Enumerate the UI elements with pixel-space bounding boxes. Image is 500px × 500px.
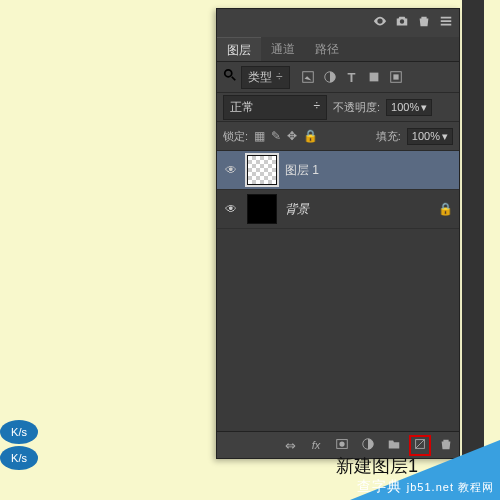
layers-panel: 图层 通道 路径 类型 ÷ T 正常 ÷ 不透明度: 100% ▾ 锁定: <box>216 8 460 459</box>
lock-transparent-icon[interactable]: ▦ <box>254 129 265 143</box>
speed-badges: K/s K/s <box>0 420 38 472</box>
fill-value: 100% <box>412 130 440 142</box>
filter-kind-select[interactable]: 类型 ÷ <box>241 66 290 89</box>
layer-name-label[interactable]: 图层 1 <box>285 162 319 179</box>
eye-icon[interactable] <box>373 14 387 32</box>
chevron-down-icon: ÷ <box>313 99 320 116</box>
tab-paths[interactable]: 路径 <box>305 37 349 61</box>
chevron-down-icon: ▾ <box>421 101 427 114</box>
filter-icon-group: T <box>300 69 404 85</box>
filter-text-icon[interactable]: T <box>344 69 360 85</box>
lock-row: 锁定: ▦ ✎ ✥ 🔒 填充: 100% ▾ <box>217 122 459 151</box>
blend-mode-select[interactable]: 正常 ÷ <box>223 95 327 120</box>
fill-input[interactable]: 100% ▾ <box>407 128 453 145</box>
lock-position-icon[interactable]: ✥ <box>287 129 297 143</box>
menu-icon[interactable] <box>439 14 453 32</box>
trash-icon[interactable] <box>417 14 431 32</box>
filter-image-icon[interactable] <box>300 69 316 85</box>
visibility-toggle[interactable]: 👁 <box>223 163 239 177</box>
layer-list: 👁 图层 1 👁 背景 🔒 <box>217 151 459 431</box>
opacity-value: 100% <box>391 101 419 113</box>
lock-icon-group: ▦ ✎ ✥ 🔒 <box>254 129 318 143</box>
speed-badge: K/s <box>0 420 38 444</box>
svg-point-0 <box>225 70 232 77</box>
layer-mask-icon[interactable] <box>333 437 351 454</box>
camera-icon[interactable] <box>395 14 409 32</box>
blend-mode-value: 正常 <box>230 99 254 116</box>
filter-adjustment-icon[interactable] <box>322 69 338 85</box>
panel-tabs: 图层 通道 路径 <box>217 37 459 62</box>
chevron-down-icon: ▾ <box>442 130 448 143</box>
layer-row[interactable]: 👁 背景 🔒 <box>217 190 459 229</box>
svg-rect-5 <box>393 74 398 79</box>
opacity-label: 不透明度: <box>333 100 380 115</box>
lock-label: 锁定: <box>223 129 248 144</box>
layer-thumbnail[interactable] <box>247 155 277 185</box>
filter-kind-label: 类型 <box>248 69 272 86</box>
lock-all-icon[interactable]: 🔒 <box>303 129 318 143</box>
chevron-down-icon: ÷ <box>276 70 283 84</box>
layer-row[interactable]: 👁 图层 1 <box>217 151 459 190</box>
watermark-main: 查字典 <box>357 478 402 494</box>
right-dark-strip <box>462 0 484 470</box>
layer-fx-icon[interactable]: fx <box>307 439 325 451</box>
visibility-toggle[interactable]: 👁 <box>223 202 239 216</box>
layer-name-label[interactable]: 背景 <box>285 201 309 218</box>
watermark-text: 查字典 jb51.net 教程网 <box>357 478 494 496</box>
speed-badge: K/s <box>0 446 38 470</box>
search-icon[interactable] <box>223 68 237 86</box>
filter-shape-icon[interactable] <box>366 69 382 85</box>
filter-smart-icon[interactable] <box>388 69 404 85</box>
filter-row: 类型 ÷ T <box>217 62 459 93</box>
blend-row: 正常 ÷ 不透明度: 100% ▾ <box>217 93 459 122</box>
lock-indicator-icon: 🔒 <box>438 202 453 216</box>
lock-pixels-icon[interactable]: ✎ <box>271 129 281 143</box>
svg-rect-3 <box>369 73 378 82</box>
fill-label: 填充: <box>376 129 401 144</box>
layer-thumbnail[interactable] <box>247 194 277 224</box>
tab-layers[interactable]: 图层 <box>217 37 261 61</box>
tab-channels[interactable]: 通道 <box>261 37 305 61</box>
watermark-side: jb51.net 教程网 <box>407 481 494 493</box>
opacity-input[interactable]: 100% ▾ <box>386 99 432 116</box>
panel-topbar <box>217 9 459 37</box>
svg-point-7 <box>339 441 344 446</box>
link-layers-icon[interactable]: ⇔ <box>281 438 299 453</box>
